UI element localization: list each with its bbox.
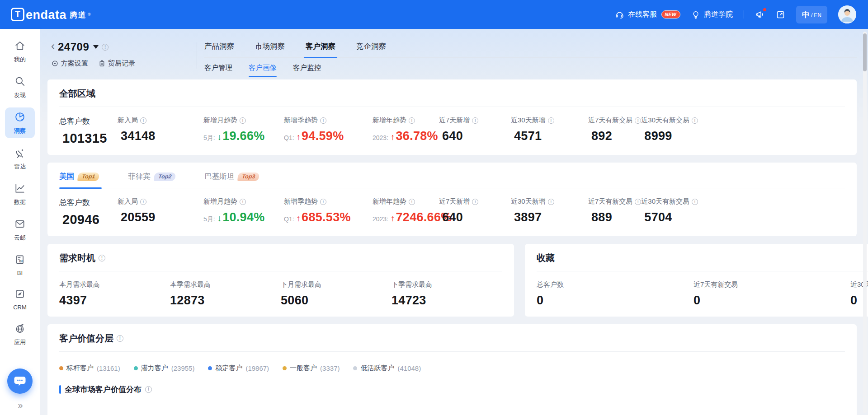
info-icon[interactable]: ! [140,199,146,205]
info-icon[interactable]: ! [240,199,246,205]
stat-label: 近7天有新交易 [588,197,632,206]
customer-subtab[interactable]: 客户管理 [204,63,232,73]
stat-prefix: 2023: [373,134,388,141]
insight-tab[interactable]: 市场洞察 [255,42,285,51]
lightbulb-icon [691,10,700,19]
sidebar-item-bi[interactable]: BI BI [5,250,35,280]
info-icon[interactable]: ! [320,117,326,124]
legend-dot [283,366,287,370]
customer-subtab[interactable]: 客户监控 [293,63,321,73]
fullscreen-icon[interactable] [776,10,785,19]
demand-timing-card: 需求时机 ! 本月需求最高 4397 本季需求最高 12873 [47,244,514,317]
stat-value: 20559 [121,210,156,224]
online-support-button[interactable]: 在线客服 NEW [615,10,680,19]
info-icon[interactable]: ! [99,255,105,261]
info-icon[interactable]: ! [548,199,554,205]
legend-count: (3337) [320,364,340,372]
country-tab[interactable]: 美国 Top1 [59,172,99,182]
info-icon[interactable]: ! [145,386,152,393]
sidebar-item-crm[interactable]: CRM [5,284,35,314]
sidebar-item-insight[interactable]: 洞察 [5,107,35,138]
sidebar-label: 发现 [14,91,26,99]
stat-column: 近30天有新交易 ! 5704 [641,197,698,227]
logo-cn: 腾道 [70,10,87,20]
stat-column: 本季需求最高 12873 [170,280,281,308]
info-icon[interactable]: ! [548,117,554,124]
info-icon[interactable]: ! [140,117,146,124]
language-switcher[interactable]: 中 / EN [796,6,827,23]
topbar: T endata 腾道 ® 在线客服 NEW [0,0,868,29]
legend-item[interactable]: 一般客户 (3337) [283,364,340,373]
trend-arrow-icon: ↑ [391,214,395,224]
logo-registered-mark: ® [88,12,91,17]
overview-stats: 总客户数 ! 101315 新入局 ! [59,116,845,146]
headset-icon [615,10,624,19]
legend-item[interactable]: 潜力客户 (23955) [134,364,195,373]
info-icon[interactable]: ! [320,199,326,205]
global-distribution-heading: 全球市场客户价值分布 ! [59,384,845,395]
stat-value: 10.94% [222,210,264,224]
info-icon[interactable]: ! [472,117,478,124]
plan-id-dropdown[interactable]: 24709 [58,41,89,53]
top-rank-badge: Top3 [237,173,259,181]
info-icon[interactable]: ! [409,199,415,205]
info-icon[interactable]: ! [472,199,478,205]
sidebar-item-data[interactable]: 数据 [5,179,35,210]
stat-column: 近30天有新交易 ! 8999 [641,116,698,146]
legend-item[interactable]: 稳定客户 (19867) [208,364,269,373]
info-icon[interactable]: ! [240,117,246,124]
plan-info-icon[interactable]: ! [102,44,108,51]
legend-item[interactable]: 低活跃客户 (41048) [353,364,421,373]
info-icon[interactable]: ! [635,117,641,124]
academy-label: 腾道学院 [704,10,733,19]
stat-label: 本月需求最高 [59,280,100,289]
user-avatar[interactable] [838,5,856,23]
sidebar-item-apps[interactable]: 应用 [5,319,35,350]
sidebar-label: 云邮 [14,234,26,242]
line-chart-icon [14,182,26,196]
info-icon[interactable]: ! [692,199,698,205]
sidebar-item-radar[interactable]: 雷达 [5,143,35,174]
plan-settings-label: 方案设置 [61,59,88,68]
sidebar-label: CRM [13,304,27,311]
stat-label: 近30天新增 [511,116,546,125]
mail-icon [14,218,26,232]
sidebar-item-discover[interactable]: 发现 [5,72,35,103]
info-icon[interactable]: ! [635,199,641,205]
sidebar-item-mine[interactable]: 我的 [5,36,35,67]
country-tabs: 美国 Top1 菲律宾 Top2 巴基斯坦 Top3 [59,172,845,182]
trade-records-button[interactable]: 贸易记录 [98,59,135,68]
stat-column: 新增月趋势 ! 5月: ↓ 10.94% [203,197,284,227]
stat-label: 本季需求最高 [170,280,211,289]
country-tab[interactable]: 巴基斯坦 Top3 [204,172,259,182]
caret-down-icon[interactable] [93,45,99,49]
stat-column: 本月需求最高 4397 [59,280,170,308]
info-icon[interactable]: ! [117,335,123,342]
insight-tab[interactable]: 客户洞察 [306,42,335,51]
sidebar-item-cloudmail[interactable]: 云邮 [5,214,35,245]
stat-label: 近7天新增 [439,116,470,125]
stat-label: 新入局 [118,116,138,125]
divider [59,107,845,107]
announcements-button[interactable] [755,9,765,19]
back-button[interactable]: ‹ [51,41,55,51]
sidebar-label: 洞察 [14,127,26,135]
chat-fab-button[interactable] [7,368,33,394]
info-icon[interactable]: ! [692,117,698,124]
legend-item[interactable]: 标杆客户 (13161) [59,364,120,373]
country-tab-label: 巴基斯坦 [204,172,234,182]
scrollbar-thumb[interactable] [863,33,867,71]
insight-tab[interactable]: 竞企洞察 [356,42,386,51]
country-tab-label: 美国 [59,172,74,182]
academy-button[interactable]: 腾道学院 [691,10,733,19]
legend-count: (13161) [97,364,120,372]
country-tab[interactable]: 菲律宾 Top2 [128,172,175,182]
stat-column: 近7天有新交易 ! 892 [588,116,641,146]
insight-tab[interactable]: 产品洞察 [204,42,234,51]
customer-subtab[interactable]: 客户画像 [249,63,277,73]
trend-arrow-icon: ↑ [297,214,301,224]
tendata-logo[interactable]: T endata 腾道 ® [11,8,91,21]
sidebar-collapse-toggle[interactable]: » [18,400,22,410]
info-icon[interactable]: ! [409,117,415,124]
plan-settings-button[interactable]: 方案设置 [51,59,88,68]
